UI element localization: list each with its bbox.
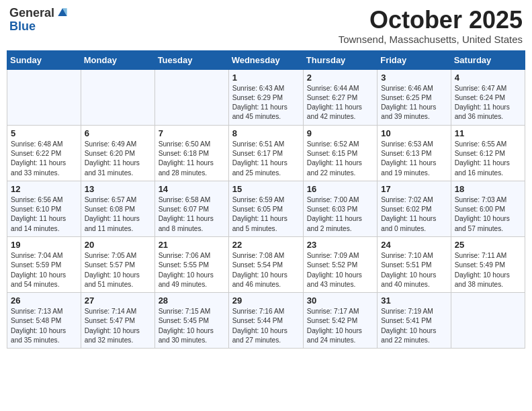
calendar-cell: 28Sunrise: 7:15 AM Sunset: 5:45 PM Dayli… [154,293,228,349]
calendar-week-4: 19Sunrise: 7:04 AM Sunset: 5:59 PM Dayli… [7,236,525,292]
day-info: Sunrise: 7:00 AM Sunset: 6:03 PM Dayligh… [307,195,373,234]
day-number: 10 [381,128,447,138]
calendar-cell: 27Sunrise: 7:14 AM Sunset: 5:47 PM Dayli… [81,293,154,349]
calendar-cell: 2Sunrise: 6:44 AM Sunset: 6:27 PM Daylig… [303,69,377,125]
calendar-cell: 13Sunrise: 6:57 AM Sunset: 6:08 PM Dayli… [81,181,154,236]
day-number: 26 [11,295,77,306]
calendar-cell: 17Sunrise: 7:02 AM Sunset: 6:02 PM Dayli… [378,181,451,236]
day-number: 24 [381,240,447,250]
calendar-cell [81,69,154,125]
day-number: 20 [85,240,151,250]
day-info: Sunrise: 7:11 AM Sunset: 5:49 PM Dayligh… [455,251,521,289]
weekday-header-row: SundayMondayTuesdayWednesdayThursdayFrid… [7,50,525,69]
calendar-cell: 15Sunrise: 6:59 AM Sunset: 6:05 PM Dayli… [228,181,303,236]
calendar-cell: 5Sunrise: 6:48 AM Sunset: 6:22 PM Daylig… [7,125,81,181]
logo-text-general: General [9,7,54,20]
day-info: Sunrise: 6:49 AM Sunset: 6:20 PM Dayligh… [85,140,151,178]
day-number: 7 [159,128,225,138]
day-number: 1 [232,73,300,83]
weekday-header-friday: Friday [378,50,451,69]
calendar-cell: 24Sunrise: 7:10 AM Sunset: 5:51 PM Dayli… [378,236,451,292]
day-number: 13 [85,184,151,194]
calendar-cell: 1Sunrise: 6:43 AM Sunset: 6:29 PM Daylig… [228,69,303,125]
day-number: 14 [159,184,225,194]
day-number: 25 [455,240,521,250]
logo-text-blue: Blue [9,19,36,33]
calendar-cell: 30Sunrise: 7:17 AM Sunset: 5:42 PM Dayli… [303,293,377,349]
day-info: Sunrise: 7:15 AM Sunset: 5:45 PM Dayligh… [159,307,225,345]
day-info: Sunrise: 7:02 AM Sunset: 6:02 PM Dayligh… [381,195,447,234]
weekday-header-sunday: Sunday [7,50,81,69]
day-number: 30 [307,295,373,306]
day-info: Sunrise: 7:03 AM Sunset: 6:00 PM Dayligh… [455,195,521,234]
calendar-cell: 19Sunrise: 7:04 AM Sunset: 5:59 PM Dayli… [7,236,81,292]
day-info: Sunrise: 7:10 AM Sunset: 5:51 PM Dayligh… [381,251,447,289]
calendar-cell: 9Sunrise: 6:52 AM Sunset: 6:15 PM Daylig… [303,125,377,181]
day-number: 2 [307,73,373,83]
day-info: Sunrise: 6:50 AM Sunset: 6:18 PM Dayligh… [159,140,225,178]
day-info: Sunrise: 6:56 AM Sunset: 6:10 PM Dayligh… [11,195,77,234]
day-info: Sunrise: 6:46 AM Sunset: 6:25 PM Dayligh… [381,84,447,122]
day-number: 29 [232,295,300,306]
logo-icon [56,6,69,19]
calendar-week-5: 26Sunrise: 7:13 AM Sunset: 5:48 PM Dayli… [7,293,525,349]
day-info: Sunrise: 7:16 AM Sunset: 5:44 PM Dayligh… [232,307,300,345]
day-number: 23 [307,240,373,250]
calendar-cell: 23Sunrise: 7:09 AM Sunset: 5:52 PM Dayli… [303,236,377,292]
day-number: 5 [11,128,77,138]
day-info: Sunrise: 6:59 AM Sunset: 6:05 PM Dayligh… [232,195,300,234]
calendar-cell: 31Sunrise: 7:19 AM Sunset: 5:41 PM Dayli… [378,293,451,349]
day-number: 17 [381,184,447,194]
day-number: 11 [455,128,521,138]
day-info: Sunrise: 6:43 AM Sunset: 6:29 PM Dayligh… [232,84,300,122]
day-number: 19 [11,240,77,250]
location: Townsend, Massachusetts, United States [339,34,523,45]
calendar-cell: 3Sunrise: 6:46 AM Sunset: 6:25 PM Daylig… [378,69,451,125]
day-info: Sunrise: 6:58 AM Sunset: 6:07 PM Dayligh… [159,195,225,234]
calendar-cell: 14Sunrise: 6:58 AM Sunset: 6:07 PM Dayli… [154,181,228,236]
calendar-cell: 18Sunrise: 7:03 AM Sunset: 6:00 PM Dayli… [451,181,525,236]
weekday-header-saturday: Saturday [451,50,525,69]
calendar-week-2: 5Sunrise: 6:48 AM Sunset: 6:22 PM Daylig… [7,125,525,181]
day-number: 4 [455,73,521,83]
calendar-cell: 29Sunrise: 7:16 AM Sunset: 5:44 PM Dayli… [228,293,303,349]
page-header: General Blue October 2025 Townsend, Mass… [7,7,525,45]
logo: General Blue [9,7,69,34]
calendar-cell [7,69,81,125]
day-number: 8 [232,128,300,138]
day-number: 3 [381,73,447,83]
day-number: 18 [455,184,521,194]
calendar-cell [154,69,228,125]
calendar-cell: 10Sunrise: 6:53 AM Sunset: 6:13 PM Dayli… [378,125,451,181]
calendar-week-1: 1Sunrise: 6:43 AM Sunset: 6:29 PM Daylig… [7,69,525,125]
calendar-cell [451,293,525,349]
day-info: Sunrise: 6:48 AM Sunset: 6:22 PM Dayligh… [11,140,77,178]
day-info: Sunrise: 6:52 AM Sunset: 6:15 PM Dayligh… [307,140,373,178]
day-info: Sunrise: 7:06 AM Sunset: 5:55 PM Dayligh… [159,251,225,289]
day-info: Sunrise: 7:13 AM Sunset: 5:48 PM Dayligh… [11,307,77,345]
month-title: October 2025 [339,7,523,34]
day-info: Sunrise: 7:09 AM Sunset: 5:52 PM Dayligh… [307,251,373,289]
day-number: 28 [159,295,225,306]
day-info: Sunrise: 6:51 AM Sunset: 6:17 PM Dayligh… [232,140,300,178]
day-number: 9 [307,128,373,138]
calendar-cell: 4Sunrise: 6:47 AM Sunset: 6:24 PM Daylig… [451,69,525,125]
day-info: Sunrise: 6:47 AM Sunset: 6:24 PM Dayligh… [455,84,521,122]
day-info: Sunrise: 7:14 AM Sunset: 5:47 PM Dayligh… [85,307,151,345]
weekday-header-thursday: Thursday [303,50,377,69]
day-info: Sunrise: 7:04 AM Sunset: 5:59 PM Dayligh… [11,251,77,289]
day-info: Sunrise: 7:05 AM Sunset: 5:57 PM Dayligh… [85,251,151,289]
weekday-header-monday: Monday [81,50,154,69]
day-number: 6 [85,128,151,138]
day-number: 31 [381,295,447,306]
calendar-cell: 16Sunrise: 7:00 AM Sunset: 6:03 PM Dayli… [303,181,377,236]
calendar-cell: 12Sunrise: 6:56 AM Sunset: 6:10 PM Dayli… [7,181,81,236]
calendar-cell: 6Sunrise: 6:49 AM Sunset: 6:20 PM Daylig… [81,125,154,181]
calendar-cell: 11Sunrise: 6:55 AM Sunset: 6:12 PM Dayli… [451,125,525,181]
day-number: 22 [232,240,300,250]
day-number: 16 [307,184,373,194]
weekday-header-tuesday: Tuesday [154,50,228,69]
day-number: 27 [85,295,151,306]
calendar-cell: 21Sunrise: 7:06 AM Sunset: 5:55 PM Dayli… [154,236,228,292]
calendar-cell: 25Sunrise: 7:11 AM Sunset: 5:49 PM Dayli… [451,236,525,292]
